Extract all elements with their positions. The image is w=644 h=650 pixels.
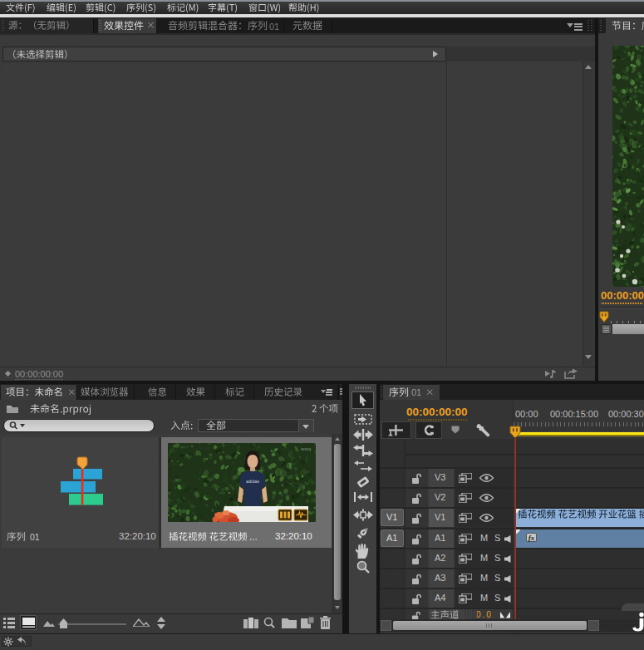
svg-text:wwq: wwq [300, 446, 311, 451]
svg-text:adidas: adidas [246, 479, 259, 484]
